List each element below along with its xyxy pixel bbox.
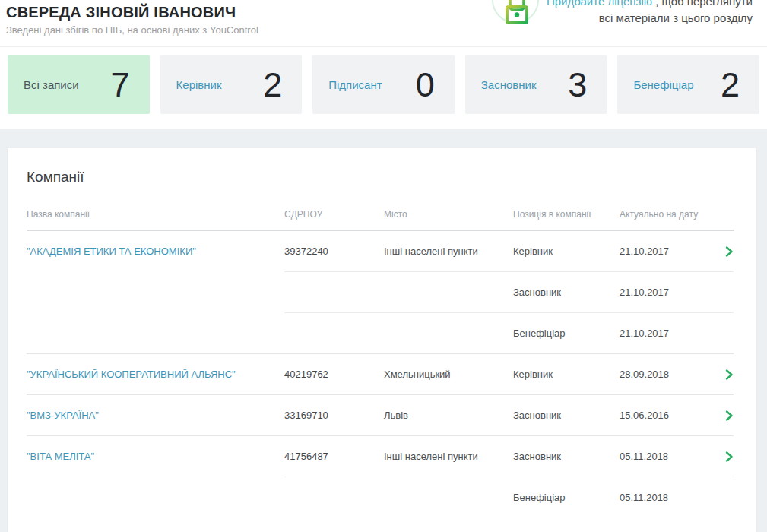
tab-signatory[interactable]: Підписант0 — [312, 55, 455, 114]
tab-label: Бенефіціар — [633, 78, 693, 91]
company-name-link[interactable]: "ВІТА МЕЛІТА" — [27, 451, 105, 462]
tab-count: 3 — [568, 68, 587, 102]
cell-city: Інші населені пункти — [384, 451, 513, 462]
tab-all-records[interactable]: Всі записи7 — [8, 55, 150, 114]
cell-position: Керівник — [513, 245, 620, 257]
cell-city: Хмельницький — [384, 369, 513, 380]
cell-city: Львів — [384, 410, 513, 421]
cell-edrpou: 41756487 — [284, 451, 384, 462]
cell-date: 21.10.2017 — [620, 245, 724, 257]
col-header-city: Місто — [384, 209, 513, 220]
company-row-group: "УКРАЇНСЬКИЙ КООПЕРАТИВНИЙ АЛЬЯНС"402197… — [27, 354, 734, 394]
tab-count: 7 — [111, 68, 130, 102]
chevron-right-icon[interactable] — [725, 245, 734, 258]
chevron-right-icon[interactable] — [725, 410, 734, 422]
page-body: Компанії Назва компанії ЄДРПОУ Місто Поз… — [0, 129, 767, 532]
company-name-link[interactable]: "АКАДЕМІЯ ЕТИКИ ТА ЕКОНОМІКИ" — [27, 245, 207, 257]
cell-position: Засновник — [513, 451, 620, 462]
table-row: "АКАДЕМІЯ ЕТИКИ ТА ЕКОНОМІКИ"39372240Інш… — [27, 231, 734, 271]
license-message-line2: всі матеріали з цього розділу — [599, 11, 753, 24]
cell-edrpou: 40219762 — [284, 369, 384, 380]
company-name-link[interactable]: "ВМЗ-УКРАЇНА" — [27, 410, 109, 421]
tab-label: Підписант — [328, 78, 382, 91]
section-title: Компанії — [27, 169, 734, 185]
table-sub-row: Бенефіціар21.10.2017 — [27, 313, 734, 353]
cell-date: 15.06.2016 — [620, 410, 724, 421]
company-row-group: "АКАДЕМІЯ ЕТИКИ ТА ЕКОНОМІКИ"39372240Інш… — [27, 231, 734, 353]
license-message: Придбайте ліцензію , щоб переглянути всі… — [525, 0, 753, 27]
cell-date: 05.11.2018 — [620, 451, 724, 462]
cell-edrpou: 39372240 — [284, 245, 384, 257]
table-header-row: Назва компанії ЄДРПОУ Місто Позиція в ко… — [27, 209, 734, 231]
table-sub-row: Бенефіціар05.11.2018 — [27, 477, 734, 518]
tab-label: Засновник — [481, 78, 537, 91]
cell-position: Керівник — [513, 369, 620, 380]
tab-count: 2 — [263, 68, 282, 102]
cell-date: 05.11.2018 — [620, 492, 724, 503]
col-header-position: Позиція в компанії — [513, 209, 620, 220]
summary-tabs: Всі записи7Керівник2Підписант0Засновник3… — [8, 55, 759, 114]
page-title: СВЕРЕДА ЗІНОВІЙ ІВАНОВИЧ — [6, 4, 258, 21]
cell-position: Бенефіціар — [513, 492, 620, 503]
cell-edrpou: 33169710 — [284, 410, 384, 421]
chevron-right-icon[interactable] — [725, 369, 734, 381]
col-header-edrpou: ЄДРПОУ — [284, 209, 384, 220]
table-row: "УКРАЇНСЬКИЙ КООПЕРАТИВНИЙ АЛЬЯНС"402197… — [27, 354, 734, 394]
page-subtitle: Зведені дані збігів по ПІБ, на основі да… — [6, 24, 258, 36]
cell-position: Бенефіціар — [513, 328, 620, 339]
cell-date: 21.10.2017 — [620, 287, 724, 298]
person-header: СВЕРЕДА ЗІНОВІЙ ІВАНОВИЧ Зведені дані зб… — [6, 4, 258, 36]
companies-card: Компанії Назва компанії ЄДРПОУ Місто Поз… — [8, 148, 756, 532]
table-body: "АКАДЕМІЯ ЕТИКИ ТА ЕКОНОМІКИ"39372240Інш… — [27, 231, 734, 518]
cell-date: 21.10.2017 — [620, 328, 724, 339]
table-row: "ВІТА МЕЛІТА"41756487Інші населені пункт… — [27, 436, 734, 477]
company-row-group: "ВМЗ-УКРАЇНА"33169710ЛьвівЗасновник15.06… — [27, 395, 734, 435]
col-header-date: Актуально на дату — [620, 209, 724, 220]
license-message-line1: , щоб переглянути — [652, 0, 753, 8]
table-row: "ВМЗ-УКРАЇНА"33169710ЛьвівЗасновник15.06… — [27, 395, 734, 435]
company-name-link[interactable]: "УКРАЇНСЬКИЙ КООПЕРАТИВНИЙ АЛЬЯНС" — [27, 369, 246, 380]
chevron-right-icon[interactable] — [725, 451, 734, 463]
cell-date: 28.09.2018 — [620, 369, 724, 380]
tab-count: 2 — [721, 68, 740, 102]
cell-position: Засновник — [513, 410, 620, 421]
page-header: СВЕРЕДА ЗІНОВІЙ ІВАНОВИЧ Зведені дані зб… — [0, 0, 767, 47]
tab-label: Всі записи — [24, 78, 79, 91]
cell-position: Засновник — [513, 287, 620, 298]
col-header-company-name: Назва компанії — [27, 209, 284, 220]
tab-label: Керівник — [176, 78, 222, 91]
tab-founder[interactable]: Засновник3 — [465, 55, 607, 114]
tab-manager[interactable]: Керівник2 — [160, 55, 303, 114]
tab-beneficiary[interactable]: Бенефіціар2 — [617, 55, 759, 114]
company-row-group: "ВІТА МЕЛІТА"41756487Інші населені пункт… — [27, 436, 734, 518]
tab-count: 0 — [416, 68, 435, 102]
cell-city: Інші населені пункти — [384, 245, 513, 257]
buy-license-link[interactable]: Придбайте ліцензію — [547, 0, 652, 8]
table-sub-row: Засновник21.10.2017 — [27, 272, 734, 312]
